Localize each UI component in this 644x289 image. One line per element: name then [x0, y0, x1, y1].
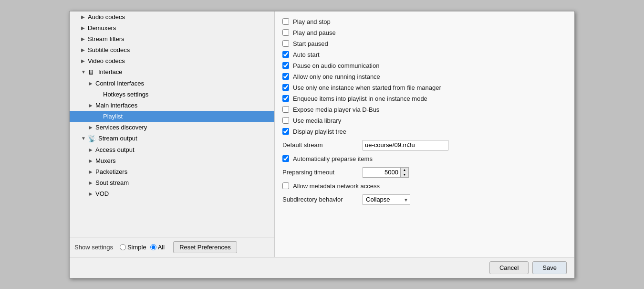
sidebar-item-label: Access output	[95, 146, 135, 153]
sidebar: ▶Audio codecs▶Demuxers▶Stream filters▶Su…	[70, 11, 275, 257]
arrow-icon: ▶	[81, 47, 88, 53]
sidebar-item-label: Stream output	[98, 135, 137, 142]
sidebar-item-vod[interactable]: ▶VOD	[70, 188, 274, 199]
arrow-icon: ▶	[89, 191, 95, 196]
pref-row-one-instance-file: Use only one instance when started from …	[282, 82, 567, 93]
checkbox-label-start-paused: Start paused	[293, 40, 328, 47]
sidebar-item-stream-output[interactable]: ▼📡Stream output	[70, 133, 274, 144]
arrow-icon: ▶	[89, 180, 95, 185]
save-button[interactable]: Save	[532, 261, 567, 274]
pref-row-default-stream: Default stream	[282, 137, 567, 153]
checkbox-label-media-library: Use media library	[293, 117, 341, 124]
pref-row-auto-preparse: Automatically preparse items	[282, 153, 567, 164]
spinner-buttons: ▲▼	[401, 167, 409, 178]
checkbox-expose-dbus[interactable]	[282, 106, 289, 113]
sidebar-item-label: Audio codecs	[88, 13, 125, 21]
default-stream-label: Default stream	[282, 141, 359, 149]
sidebar-item-hotkeys-settings[interactable]: Hotkeys settings	[70, 89, 274, 100]
sidebar-item-label: Packetizers	[95, 168, 127, 175]
checkbox-label-play-pause: Play and pause	[293, 29, 336, 36]
checkbox-allow-metadata[interactable]	[282, 182, 289, 189]
sidebar-item-label: Services discovery	[95, 124, 147, 131]
bottom-bar: Show settings Simple All Reset Preferenc…	[70, 237, 274, 257]
sidebar-item-audio-codecs[interactable]: ▶Audio codecs	[70, 11, 274, 22]
show-settings-label: Show settings	[74, 244, 113, 251]
item-icon: 🖥	[88, 68, 96, 76]
pref-row-subdirectory: Subdirectory behaviorCollapseExpandNone▼	[282, 192, 567, 208]
sidebar-item-access-output[interactable]: ▶Access output	[70, 144, 274, 155]
reset-preferences-button[interactable]: Reset Preferences	[173, 241, 237, 253]
pref-row-expose-dbus: Expose media player via D-Bus	[282, 104, 567, 115]
spinner-down-button[interactable]: ▼	[401, 172, 408, 177]
checkbox-label-pause-audio: Pause on audio communication	[293, 62, 379, 69]
checkbox-label-play-stop: Play and stop	[293, 18, 331, 25]
sidebar-item-interface[interactable]: ▼🖥Interface	[70, 66, 274, 78]
checkbox-label-one-instance-file: Use only one instance when started from …	[293, 84, 441, 91]
checkbox-start-paused[interactable]	[282, 40, 289, 47]
sidebar-item-playlist[interactable]: Playlist	[70, 111, 274, 122]
sidebar-item-main-interfaces[interactable]: ▶Main interfaces	[70, 100, 274, 111]
preferences-dialog: ▶Audio codecs▶Demuxers▶Stream filters▶Su…	[69, 11, 575, 278]
sidebar-item-subtitle-codecs[interactable]: ▶Subtitle codecs	[70, 44, 274, 55]
sidebar-item-demuxers[interactable]: ▶Demuxers	[70, 22, 274, 33]
sidebar-item-label: Control interfaces	[95, 80, 144, 87]
right-panel: Play and stopPlay and pauseStart pausedA…	[275, 11, 574, 257]
checkbox-auto-preparse[interactable]	[282, 155, 289, 162]
preparsing-timeout-label: Preparsing timeout	[282, 169, 359, 176]
sidebar-item-muxers[interactable]: ▶Muxers	[70, 155, 274, 166]
pref-row-play-pause: Play and pause	[282, 27, 567, 38]
tree: ▶Audio codecs▶Demuxers▶Stream filters▶Su…	[70, 11, 274, 237]
sidebar-item-control-interfaces[interactable]: ▶Control interfaces	[70, 78, 274, 89]
checkbox-label-expose-dbus: Expose media player via D-Bus	[293, 106, 379, 113]
checkbox-play-stop[interactable]	[282, 18, 289, 25]
arrow-icon: ▶	[81, 14, 88, 20]
sidebar-item-label: Subtitle codecs	[88, 46, 130, 54]
checkbox-label-display-tree: Display playlist tree	[293, 128, 346, 135]
sidebar-item-sout-stream[interactable]: ▶Sout stream	[70, 177, 274, 188]
dialog-body: ▶Audio codecs▶Demuxers▶Stream filters▶Su…	[70, 11, 574, 257]
sidebar-item-label: Interface	[98, 68, 123, 75]
item-icon: 📡	[88, 135, 96, 142]
subdirectory-select[interactable]: CollapseExpandNone	[363, 194, 410, 205]
sidebar-item-stream-filters[interactable]: ▶Stream filters	[70, 33, 274, 44]
checkbox-media-library[interactable]	[282, 117, 289, 124]
checkbox-label-one-instance: Allow only one running instance	[293, 73, 380, 80]
allow-metadata-label: Allow metadata network access	[293, 182, 380, 190]
preparsing-timeout-input[interactable]	[363, 167, 401, 178]
simple-radio-label[interactable]: Simple	[120, 244, 146, 251]
sidebar-item-services-discovery[interactable]: ▶Services discovery	[70, 122, 274, 133]
spinner-up-button[interactable]: ▲	[401, 168, 408, 172]
checkbox-pause-audio[interactable]	[282, 62, 289, 69]
sidebar-item-label: Sout stream	[95, 179, 129, 186]
arrow-icon: ▶	[89, 125, 95, 130]
arrow-icon: ▶	[81, 58, 88, 64]
pref-row-auto-start: Auto start	[282, 49, 567, 60]
sidebar-item-packetizers[interactable]: ▶Packetizers	[70, 166, 274, 177]
simple-radio[interactable]	[120, 244, 126, 250]
checkbox-play-pause[interactable]	[282, 29, 289, 36]
pref-row-allow-metadata: Allow metadata network access	[282, 181, 567, 192]
sidebar-item-video-codecs[interactable]: ▶Video codecs	[70, 55, 274, 66]
radio-group: Simple All	[120, 244, 165, 251]
sidebar-item-label: VOD	[95, 190, 109, 197]
simple-label: Simple	[127, 244, 146, 251]
checkbox-one-instance[interactable]	[282, 73, 289, 80]
pref-row-enqueue: Enqueue items into playlist in one insta…	[282, 93, 567, 104]
spinner-wrap: ▲▼	[363, 167, 409, 178]
default-stream-input[interactable]	[363, 140, 448, 150]
checkbox-enqueue[interactable]	[282, 95, 289, 102]
all-radio-label[interactable]: All	[150, 244, 165, 251]
pref-row-preparsing-timeout: Preparsing timeout▲▼	[282, 164, 567, 181]
all-radio[interactable]	[150, 244, 156, 250]
checkbox-auto-start[interactable]	[282, 51, 289, 58]
arrow-icon: ▶	[81, 25, 88, 31]
pref-row-display-tree: Display playlist tree	[282, 126, 567, 137]
checkbox-display-tree[interactable]	[282, 128, 289, 135]
arrow-icon: ▼	[81, 69, 88, 75]
arrow-icon: ▶	[89, 103, 95, 108]
arrow-icon: ▶	[89, 81, 95, 86]
cancel-button[interactable]: Cancel	[489, 261, 529, 274]
arrow-icon: ▼	[81, 136, 88, 141]
subdirectory-select-wrap: CollapseExpandNone▼	[363, 194, 410, 205]
checkbox-one-instance-file[interactable]	[282, 84, 289, 91]
